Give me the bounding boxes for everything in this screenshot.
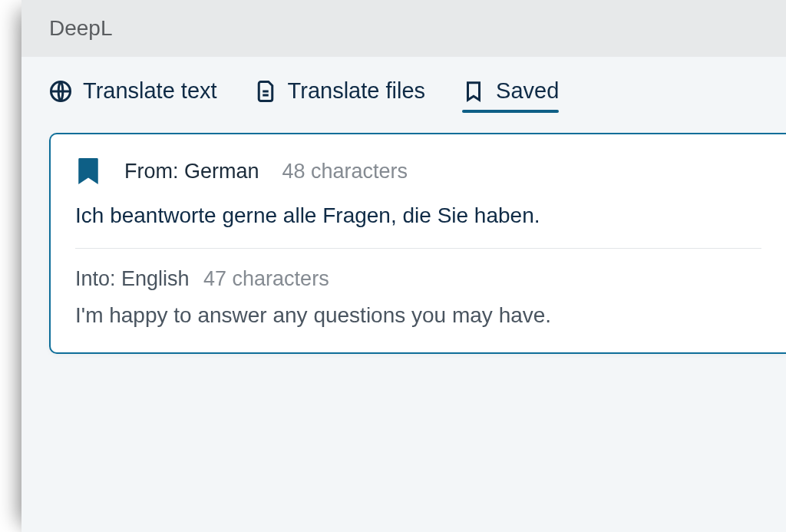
tab-translate-text-label: Translate text xyxy=(83,78,217,104)
tab-saved[interactable]: Saved xyxy=(462,78,559,108)
tab-saved-label: Saved xyxy=(496,78,559,104)
bookmark-filled-icon xyxy=(75,156,101,187)
file-icon xyxy=(254,80,277,103)
target-meta-row: Into: English 47 characters xyxy=(75,267,761,291)
source-meta-row: From: German 48 characters xyxy=(75,156,761,187)
divider xyxy=(75,248,761,249)
target-char-count: 47 characters xyxy=(203,267,329,290)
saved-translation-card[interactable]: From: German 48 characters Ich beantwort… xyxy=(49,133,786,354)
app-title: DeepL xyxy=(49,16,113,41)
app-window: DeepL Translate text Translate files xyxy=(21,0,786,532)
globe-icon xyxy=(49,80,72,103)
title-bar: DeepL xyxy=(21,0,786,57)
into-language-label: Into: English xyxy=(75,267,190,290)
tab-translate-files[interactable]: Translate files xyxy=(254,78,425,108)
from-language-label: From: German xyxy=(124,160,259,183)
bookmark-icon xyxy=(462,80,485,103)
content-area: From: German 48 characters Ich beantwort… xyxy=(21,127,786,354)
source-char-count: 48 characters xyxy=(282,160,408,183)
target-text: I'm happy to answer any questions you ma… xyxy=(75,303,761,328)
tab-bar: Translate text Translate files Saved xyxy=(21,57,786,127)
tab-translate-text[interactable]: Translate text xyxy=(49,78,217,108)
tab-translate-files-label: Translate files xyxy=(288,78,425,104)
source-text: Ich beantworte gerne alle Fragen, die Si… xyxy=(75,203,761,228)
